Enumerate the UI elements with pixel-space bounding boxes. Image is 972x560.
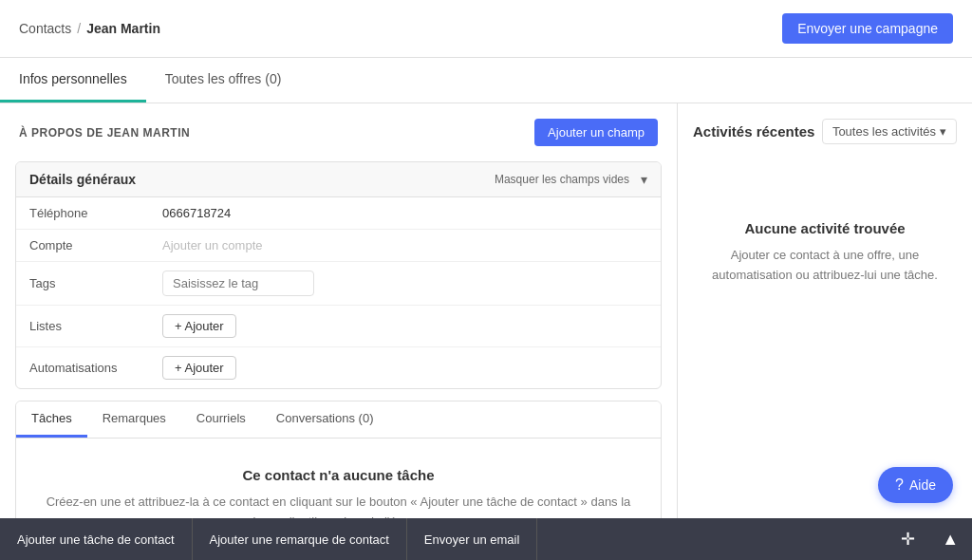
hide-empty-label[interactable]: Masquer les champs vides — [495, 173, 629, 186]
breadcrumb-separator: / — [77, 21, 81, 36]
telephone-value: 0666718724 — [162, 206, 231, 220]
tab-conversations[interactable]: Conversations (0) — [261, 401, 389, 438]
top-tabs: Infos personnelles Toutes les offres (0) — [0, 58, 972, 103]
page-header: Contacts / Jean Martin Envoyer une campa… — [0, 0, 972, 58]
activities-header: Activités récentes Toutes les activités … — [693, 119, 957, 144]
left-panel: À PROPOS DE JEAN MARTIN Ajouter un champ… — [0, 103, 678, 560]
field-tags: Tags — [16, 262, 661, 306]
tab-taches[interactable]: Tâches — [16, 401, 87, 438]
tab-courriels[interactable]: Courriels — [181, 401, 261, 438]
tab-remarques[interactable]: Remarques — [87, 401, 181, 438]
tab-toutes-offres[interactable]: Toutes les offres (0) — [146, 58, 301, 103]
details-card-actions: Masquer les champs vides ▾ — [495, 172, 647, 187]
field-compte: Compte Ajouter un compte — [16, 230, 661, 262]
send-email-button[interactable]: Envoyer un email — [407, 518, 537, 560]
no-activity-state: Aucune activité trouvée Ajouter ce conta… — [693, 163, 957, 305]
activities-filter-dropdown[interactable]: Toutes les activités ▾ — [822, 119, 957, 144]
add-remark-button[interactable]: Ajouter une remarque de contact — [193, 518, 407, 560]
listes-label: Listes — [29, 319, 162, 333]
breadcrumb: Contacts / Jean Martin — [19, 21, 160, 36]
chevron-down-icon[interactable]: ▾ — [641, 172, 647, 187]
tag-input[interactable] — [162, 271, 314, 296]
automatisations-add-button[interactable]: + Ajouter — [162, 356, 236, 380]
tags-label: Tags — [29, 276, 162, 290]
details-card: Détails généraux Masquer les champs vide… — [15, 161, 662, 389]
add-field-button[interactable]: Ajouter un champ — [534, 119, 658, 146]
main-layout: À PROPOS DE JEAN MARTIN Ajouter un champ… — [0, 103, 972, 560]
collapse-icon-button[interactable]: ▲ — [928, 518, 972, 560]
compte-label: Compte — [29, 238, 162, 252]
no-activity-title: Aucune activité trouvée — [712, 220, 938, 236]
listes-add-button[interactable]: + Ajouter — [162, 314, 236, 338]
compte-value[interactable]: Ajouter un compte — [162, 238, 263, 252]
activities-title: Activités récentes — [693, 123, 814, 140]
move-icon-button[interactable]: ✛ — [888, 518, 928, 560]
empty-task-title: Ce contact n'a aucune tâche — [35, 467, 642, 483]
field-automatisations: Automatisations + Ajouter — [16, 347, 661, 388]
field-listes: Listes + Ajouter — [16, 306, 661, 347]
breadcrumb-contacts[interactable]: Contacts — [19, 21, 71, 36]
tab-infos-personnelles[interactable]: Infos personnelles — [0, 58, 146, 103]
bottom-toolbar: Ajouter une tâche de contact Ajouter une… — [0, 518, 972, 560]
send-campaign-button[interactable]: Envoyer une campagne — [782, 13, 953, 44]
details-card-header: Détails généraux Masquer les champs vide… — [16, 162, 661, 197]
chevron-down-icon: ▾ — [940, 124, 946, 139]
about-section-header: À PROPOS DE JEAN MARTIN Ajouter un champ — [0, 103, 677, 161]
help-label: Aide — [909, 477, 936, 493]
breadcrumb-current: Jean Martin — [86, 21, 160, 36]
about-title: À PROPOS DE JEAN MARTIN — [19, 126, 190, 140]
help-button[interactable]: ? Aide — [878, 467, 953, 503]
help-icon: ? — [895, 476, 904, 494]
telephone-label: Téléphone — [29, 206, 162, 220]
no-activity-description: Ajouter ce contact à une offre, une auto… — [712, 246, 938, 286]
automatisations-label: Automatisations — [29, 361, 162, 375]
details-card-title: Détails généraux — [29, 172, 136, 187]
add-task-button[interactable]: Ajouter une tâche de contact — [0, 518, 193, 560]
field-telephone: Téléphone 0666718724 — [16, 197, 661, 230]
bottom-tabs: Tâches Remarques Courriels Conversations… — [16, 401, 661, 439]
